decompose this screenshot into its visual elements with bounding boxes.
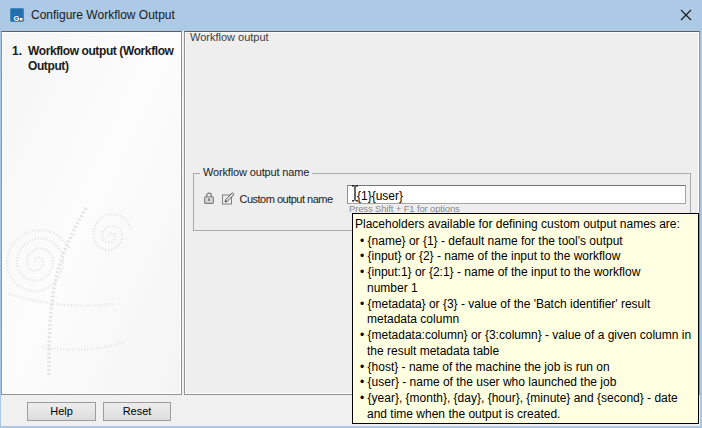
svg-text:G: G (14, 14, 20, 22)
